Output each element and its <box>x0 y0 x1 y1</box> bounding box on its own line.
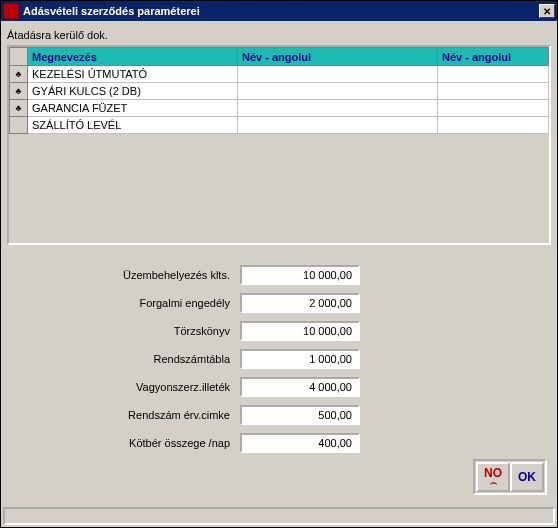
window-title: Adásvételi szerződés paraméterei <box>23 5 539 17</box>
cell-en2[interactable] <box>438 100 549 117</box>
input-rendszamtabla[interactable] <box>240 349 360 369</box>
cell-en2[interactable] <box>438 83 549 100</box>
input-uzembehelyezes[interactable] <box>240 265 360 285</box>
cell-name[interactable]: GARANCIA FÜZET <box>28 100 238 117</box>
input-kotber[interactable] <box>240 433 360 453</box>
input-torzskonyv[interactable] <box>240 321 360 341</box>
row-marker: ♣ <box>10 100 28 117</box>
input-vagyonszerz[interactable] <box>240 377 360 397</box>
button-bar: NO ⌢ OK <box>473 459 547 495</box>
documents-grid[interactable]: Megnevezés Név - angolul Név - angolul ♣… <box>9 47 549 134</box>
ok-button-label: OK <box>518 470 536 484</box>
form-row: Üzembehelyezés klts. <box>15 265 543 285</box>
cell-en1[interactable] <box>238 66 438 83</box>
cell-name[interactable]: KEZELÉSI ÚTMUTATÓ <box>28 66 238 83</box>
table-row[interactable]: SZÁLLÍTÓ LEVÉL <box>10 117 549 134</box>
cell-name[interactable]: GYÁRI KULCS (2 DB) <box>28 83 238 100</box>
form-row: Törzskönyv <box>15 321 543 341</box>
table-row[interactable]: ♣ GYÁRI KULCS (2 DB) <box>10 83 549 100</box>
grid-header-name[interactable]: Megnevezés <box>28 48 238 66</box>
grid-container: Megnevezés Név - angolul Név - angolul ♣… <box>7 45 551 245</box>
cell-name[interactable]: SZÁLLÍTÓ LEVÉL <box>28 117 238 134</box>
form-row: Rendszám érv.cimke <box>15 405 543 425</box>
cell-en2[interactable] <box>438 66 549 83</box>
content-area: Átadásra kerülő dok. Megnevezés Név - an… <box>1 21 557 475</box>
row-marker: ♣ <box>10 66 28 83</box>
frown-icon: ⌢ <box>490 479 497 487</box>
row-marker: ♣ <box>10 83 28 100</box>
form-label: Vagyonszerz.illeték <box>15 381 240 393</box>
table-row[interactable]: ♣ GARANCIA FÜZET <box>10 100 549 117</box>
statusbar <box>3 507 555 525</box>
form-row: Vagyonszerz.illeték <box>15 377 543 397</box>
close-button[interactable]: ✕ <box>539 4 555 18</box>
input-forgalmi-engedely[interactable] <box>240 293 360 313</box>
form-row: Rendszámtábla <box>15 349 543 369</box>
cell-en1[interactable] <box>238 83 438 100</box>
cell-en2[interactable] <box>438 117 549 134</box>
form-label: Forgalmi engedély <box>15 297 240 309</box>
form-area: Üzembehelyezés klts. Forgalmi engedély T… <box>7 245 551 469</box>
form-label: Törzskönyv <box>15 325 240 337</box>
cell-en1[interactable] <box>238 117 438 134</box>
titlebar: Adásvételi szerződés paraméterei ✕ <box>1 1 557 21</box>
row-marker <box>10 117 28 134</box>
app-icon <box>3 3 19 19</box>
input-rendszam-cimke[interactable] <box>240 405 360 425</box>
grid-header-en1[interactable]: Név - angolul <box>238 48 438 66</box>
table-row[interactable]: ♣ KEZELÉSI ÚTMUTATÓ <box>10 66 549 83</box>
form-label: Üzembehelyezés klts. <box>15 269 240 281</box>
dialog-window: Adásvételi szerződés paraméterei ✕ Átadá… <box>0 0 558 528</box>
form-row: Kötbér összege /nap <box>15 433 543 453</box>
form-label: Rendszám érv.cimke <box>15 409 240 421</box>
no-button[interactable]: NO ⌢ <box>476 462 510 492</box>
grid-header-en2[interactable]: Név - angolul <box>438 48 549 66</box>
grid-header-row: Megnevezés Név - angolul Név - angolul <box>10 48 549 66</box>
grid-header-marker <box>10 48 28 66</box>
cell-en1[interactable] <box>238 100 438 117</box>
ok-button[interactable]: OK <box>510 462 544 492</box>
form-label: Kötbér összege /nap <box>15 437 240 449</box>
form-label: Rendszámtábla <box>15 353 240 365</box>
section-label: Átadásra kerülő dok. <box>7 27 551 45</box>
form-row: Forgalmi engedély <box>15 293 543 313</box>
close-icon: ✕ <box>543 6 551 17</box>
